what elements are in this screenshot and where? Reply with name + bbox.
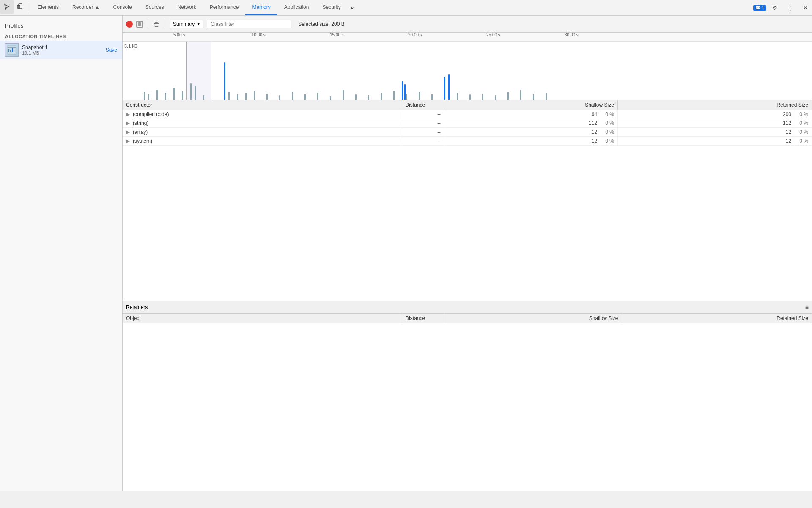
shallow-size-cell: 12: [444, 137, 601, 146]
timeline-area[interactable]: 5.00 s 10.00 s 15.00 s 20.00 s 25.00 s 3…: [123, 33, 812, 100]
tab-console[interactable]: Console: [107, 0, 139, 15]
record-button[interactable]: [126, 21, 133, 28]
more-btn[interactable]: ⋮: [783, 1, 797, 14]
svg-rect-7: [14, 50, 14, 52]
timeline-bar: [304, 94, 306, 100]
table-row[interactable]: ▶(system) – 12 0 % 12 0 %: [123, 137, 812, 146]
retainers-area: Retainers ≡ Object Distance Shallow Size…: [123, 301, 812, 491]
timeline-selection: [186, 42, 211, 100]
svg-rect-4: [8, 49, 9, 52]
tab-bar: Elements Recorder ▲ Console Sources Netw…: [0, 0, 812, 16]
timeline-bar: [237, 94, 238, 100]
shallow-size-cell: 64: [444, 110, 601, 119]
expand-arrow-icon[interactable]: ▶: [126, 111, 131, 117]
svg-rect-3: [8, 47, 16, 48]
col-constructor: Constructor: [123, 100, 402, 110]
expand-arrow-icon[interactable]: ▶: [126, 138, 131, 144]
tab-application[interactable]: Application: [277, 0, 316, 15]
snapshot-thumbnail: [5, 43, 19, 57]
summary-dropdown[interactable]: Summary ▼: [170, 20, 203, 28]
table-row[interactable]: ▶(string) – 112 0 % 112 0 %: [123, 119, 812, 128]
timeline-bar: [190, 83, 192, 100]
stop-button[interactable]: [136, 21, 143, 28]
constructor-cell: ▶(compiled code): [123, 110, 402, 119]
tab-network[interactable]: Network: [171, 0, 203, 15]
timeline-bar: [279, 95, 280, 100]
ruler-mark-10s: 10.00 s: [252, 33, 266, 37]
shallow-pct-cell: 0 %: [601, 110, 617, 119]
sub-toolbar: 🗑 Summary ▼ Selected size: 200 B: [123, 16, 812, 33]
distance-cell: –: [402, 128, 444, 137]
tab-overflow-btn[interactable]: »: [348, 0, 357, 15]
pointer-icon-btn[interactable]: [0, 0, 14, 14]
tab-security[interactable]: Security: [315, 0, 347, 15]
distance-cell: –: [402, 119, 444, 128]
timeline-bar: [156, 90, 158, 100]
tab-elements[interactable]: Elements: [31, 0, 66, 15]
device-toggle-btn[interactable]: [14, 0, 27, 14]
retained-pct-cell: 0 %: [795, 119, 812, 128]
snapshot-size: 19.1 MB: [22, 50, 102, 55]
constructor-cell: ▶(system): [123, 137, 402, 146]
tab-memory[interactable]: Memory: [245, 0, 277, 15]
shallow-pct-cell: 0 %: [601, 128, 617, 137]
ruler-mark-30s: 30.00 s: [565, 33, 579, 37]
timeline-bar: [292, 92, 293, 100]
profiles-header: Profiles: [0, 19, 122, 30]
tab-sources[interactable]: Sources: [139, 0, 171, 15]
snapshot-info: Snapshot 1 19.1 MB: [22, 44, 102, 55]
timeline-bar: [355, 94, 357, 100]
timeline-chart[interactable]: 5.1 kB: [123, 42, 812, 100]
retainers-table-header: Object Distance Shallow Size Retained Si…: [123, 314, 812, 323]
chevron-down-icon: ▼: [196, 22, 200, 26]
notification-count: 1: [762, 6, 764, 10]
retained-pct-cell: 0 %: [795, 137, 812, 146]
col-shallow-ret: Shallow Size: [444, 314, 622, 323]
retained-pct-cell: 0 %: [795, 128, 812, 137]
col-shallow-size: Shallow Size: [444, 100, 617, 110]
timeline-bar: [343, 90, 344, 100]
table-row[interactable]: ▶(array) – 12 0 % 12 0 %: [123, 128, 812, 137]
timeline-bar: [431, 94, 433, 100]
constructor-table: Constructor Distance Shallow Size Retain…: [123, 100, 812, 146]
timeline-bar: [520, 90, 521, 100]
close-btn[interactable]: ✕: [798, 1, 812, 14]
timeline-bar: [495, 95, 496, 100]
notification-badge[interactable]: 💬 1: [753, 5, 766, 11]
timeline-bar: [533, 94, 534, 100]
save-button[interactable]: Save: [106, 47, 117, 53]
retainers-header: Retainers ≡: [123, 301, 812, 314]
timeline-bar: [482, 94, 483, 100]
retainers-label: Retainers: [126, 304, 148, 310]
timeline-bar: [317, 93, 318, 100]
table-row[interactable]: ▶(compiled code) – 64 0 % 200 0 %: [123, 110, 812, 119]
shallow-pct-cell: 0 %: [601, 119, 617, 128]
class-filter-input[interactable]: [207, 20, 291, 28]
ruler-mark-25s: 25.00 s: [486, 33, 500, 37]
retained-size-cell: 12: [617, 137, 795, 146]
tables-wrapper: Constructor Distance Shallow Size Retain…: [123, 100, 812, 491]
shallow-size-cell: 112: [444, 119, 601, 128]
settings-btn[interactable]: ⚙: [768, 1, 782, 14]
col-distance-ret: Distance: [402, 314, 444, 323]
timeline-bar-blue: [402, 81, 403, 100]
col-retained-ret: Retained Size: [622, 314, 812, 323]
notification-icon: 💬: [755, 6, 760, 10]
expand-arrow-icon[interactable]: ▶: [126, 120, 131, 126]
tab-performance[interactable]: Performance: [203, 0, 246, 15]
constructor-cell: ▶(array): [123, 128, 402, 137]
timeline-bar-blue: [448, 74, 450, 100]
timeline-bar-blue: [224, 62, 225, 100]
retainers-options-icon: ≡: [805, 304, 809, 311]
timeline-bar: [165, 93, 166, 100]
svg-rect-5: [10, 50, 11, 52]
timeline-bar: [419, 92, 420, 100]
snapshot-name: Snapshot 1: [22, 44, 102, 50]
timeline-bar: [381, 93, 382, 100]
trash-button[interactable]: 🗑: [154, 21, 159, 28]
snapshot-item[interactable]: Snapshot 1 19.1 MB Save: [0, 41, 122, 59]
retainers-table: Object Distance Shallow Size Retained Si…: [123, 314, 812, 323]
tab-recorder[interactable]: Recorder ▲: [66, 0, 107, 15]
expand-arrow-icon[interactable]: ▶: [126, 129, 131, 135]
timeline-bar: [182, 91, 183, 100]
